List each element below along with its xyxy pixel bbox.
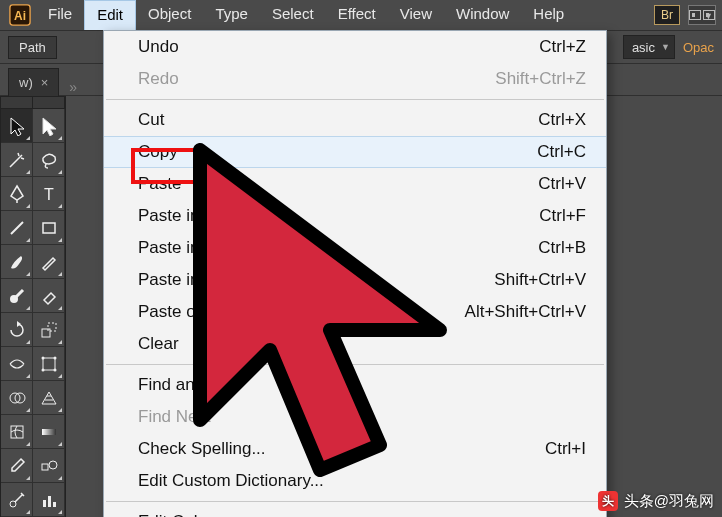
- menu-item-paste-in[interactable]: Paste inCtrl+B: [104, 232, 606, 264]
- gradient-tool[interactable]: [33, 415, 65, 449]
- svg-rect-4: [43, 223, 55, 233]
- svg-point-11: [41, 368, 44, 371]
- svg-line-3: [11, 222, 23, 234]
- tab-overflow-icon[interactable]: »: [69, 79, 77, 95]
- menu-item-shortcut: Ctrl+B: [538, 238, 586, 258]
- menu-item-label: Paste in: [138, 206, 199, 226]
- pen-tool[interactable]: [1, 177, 33, 211]
- close-icon[interactable]: ×: [41, 75, 49, 90]
- menu-type[interactable]: Type: [203, 0, 260, 30]
- rectangle-tool[interactable]: [33, 211, 65, 245]
- menu-view[interactable]: View: [388, 0, 444, 30]
- blob-brush-tool[interactable]: [1, 279, 33, 313]
- opacity-label: Opac: [679, 40, 714, 55]
- svg-rect-16: [42, 429, 56, 435]
- menu-item-paste-in-p[interactable]: Paste in PShift+Ctrl+V: [104, 264, 606, 296]
- scale-tool[interactable]: [33, 313, 65, 347]
- menu-effect[interactable]: Effect: [326, 0, 388, 30]
- menu-item-cut[interactable]: CutCtrl+X: [104, 104, 606, 136]
- menu-bar: Ai FileEditObjectTypeSelectEffectViewWin…: [0, 0, 722, 30]
- svg-rect-20: [43, 500, 46, 507]
- lasso-tool[interactable]: [33, 143, 65, 177]
- watermark-logo: 头: [598, 491, 618, 511]
- menu-item-redo: RedoShift+Ctrl+Z: [104, 63, 606, 95]
- svg-rect-22: [53, 502, 56, 507]
- menu-item-label: Paste: [138, 174, 181, 194]
- menu-item-shortcut: Ctrl+Z: [539, 37, 586, 57]
- menu-window[interactable]: Window: [444, 0, 521, 30]
- symbol-sprayer-tool[interactable]: [1, 483, 33, 517]
- pencil-tool[interactable]: [33, 245, 65, 279]
- direct-selection-tool[interactable]: [33, 109, 65, 143]
- menu-item-shortcut: Shift+Ctrl+Z: [495, 69, 586, 89]
- menu-object[interactable]: Object: [136, 0, 203, 30]
- tools-panel-grip[interactable]: [1, 97, 65, 109]
- eyedropper-tool[interactable]: [1, 449, 33, 483]
- document-tab-label: w): [19, 75, 33, 90]
- watermark: 头 头条@羽兔网: [598, 491, 714, 511]
- menu-file[interactable]: File: [36, 0, 84, 30]
- style-combo[interactable]: asic▼: [623, 35, 675, 59]
- menu-item-edit-custom-dictionary[interactable]: Edit Custom Dictionary...: [104, 465, 606, 497]
- edit-menu-dropdown: UndoCtrl+ZRedoShift+Ctrl+ZCutCtrl+XCopyC…: [103, 30, 607, 517]
- menu-item-paste-on-a[interactable]: Paste on AAlt+Shift+Ctrl+V: [104, 296, 606, 328]
- workspace-switcher[interactable]: ▼: [688, 5, 716, 25]
- menu-item-clear[interactable]: Clear: [104, 328, 606, 360]
- menu-select[interactable]: Select: [260, 0, 326, 30]
- menu-item-shortcut: Ctrl+F: [539, 206, 586, 226]
- selection-tool[interactable]: [1, 109, 33, 143]
- menu-item-edit-colors[interactable]: Edit Colors: [104, 506, 606, 517]
- svg-rect-15: [11, 426, 23, 438]
- menu-item-label: Undo: [138, 37, 179, 57]
- column-graph-tool[interactable]: [33, 483, 65, 517]
- line-segment-tool[interactable]: [1, 211, 33, 245]
- bridge-button[interactable]: Br: [654, 5, 680, 25]
- menu-item-shortcut: Ctrl+X: [538, 110, 586, 130]
- menu-item-label: Find and Rep: [138, 375, 240, 395]
- svg-rect-7: [48, 323, 56, 331]
- selection-type-label: Path: [8, 36, 57, 59]
- svg-point-10: [53, 356, 56, 359]
- menu-item-check-spelling[interactable]: Check Spelling...Ctrl+I: [104, 433, 606, 465]
- menu-edit[interactable]: Edit: [84, 0, 136, 30]
- menu-item-label: Cut: [138, 110, 164, 130]
- svg-text:Ai: Ai: [14, 9, 26, 23]
- watermark-text: 头条@羽兔网: [624, 492, 714, 511]
- menu-item-copy[interactable]: CopyCtrl+C: [104, 136, 606, 168]
- magic-wand-tool[interactable]: [1, 143, 33, 177]
- menu-item-paste[interactable]: PasteCtrl+V: [104, 168, 606, 200]
- rotate-tool[interactable]: [1, 313, 33, 347]
- menu-item-shortcut: Shift+Ctrl+V: [494, 270, 586, 290]
- width-tool[interactable]: [1, 347, 33, 381]
- eraser-tool[interactable]: [33, 279, 65, 313]
- menu-item-label: Clear: [138, 334, 179, 354]
- menu-item-label: Redo: [138, 69, 179, 89]
- menu-item-find-next: Find Next: [104, 401, 606, 433]
- menu-item-label: Find Next: [138, 407, 211, 427]
- menu-item-label: Paste in: [138, 238, 199, 258]
- menu-separator: [106, 501, 604, 502]
- shape-builder-tool[interactable]: [1, 381, 33, 415]
- svg-point-12: [53, 368, 56, 371]
- menu-item-label: Edit Colors: [138, 512, 221, 517]
- menu-item-shortcut: Ctrl+V: [538, 174, 586, 194]
- svg-point-18: [49, 461, 57, 469]
- menu-item-label: Paste on A: [138, 302, 220, 322]
- menu-item-find-and-rep[interactable]: Find and Rep: [104, 369, 606, 401]
- menu-help[interactable]: Help: [521, 0, 576, 30]
- paintbrush-tool[interactable]: [1, 245, 33, 279]
- menu-separator: [106, 364, 604, 365]
- free-transform-tool[interactable]: [33, 347, 65, 381]
- type-tool[interactable]: T: [33, 177, 65, 211]
- menu-item-paste-in[interactable]: Paste inCtrl+F: [104, 200, 606, 232]
- menu-item-shortcut: Ctrl+C: [537, 142, 586, 162]
- svg-rect-17: [42, 464, 48, 470]
- menu-item-undo[interactable]: UndoCtrl+Z: [104, 31, 606, 63]
- mesh-tool[interactable]: [1, 415, 33, 449]
- svg-rect-21: [48, 496, 51, 507]
- perspective-grid-tool[interactable]: [33, 381, 65, 415]
- svg-rect-6: [42, 329, 50, 337]
- document-tab[interactable]: w) ×: [8, 68, 59, 96]
- blend-tool[interactable]: [33, 449, 65, 483]
- menu-item-label: Copy: [138, 142, 178, 162]
